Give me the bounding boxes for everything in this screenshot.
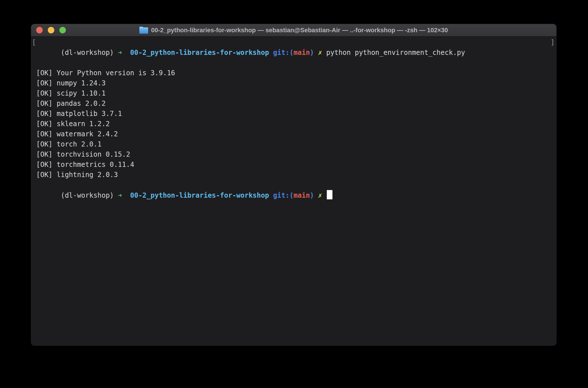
terminal-output-line: [OK] torchvision 0.15.2 [31,149,556,159]
prompt-venv: (dl-workshop) [61,49,114,57]
desktop: { "window": { "title": "00-2_python-libr… [0,0,588,388]
terminal-prompt-command-line: [(dl-workshop) ➜ 00-2_python-libraries-f… [31,37,556,68]
terminal-output: [OK] Your Python version is 3.9.16[OK] n… [31,68,556,180]
minimize-button[interactable] [48,27,54,33]
prompt-directory: 00-2_python-libraries-for-workshop [130,49,269,57]
prompt-space [322,49,326,57]
prompt-space [122,49,130,57]
prompt-git-prefix: git:( [273,191,293,199]
terminal-output-line: [OK] matplotlib 3.7.1 [31,109,556,119]
prompt-space [269,49,273,57]
terminal-output-line: [OK] pandas 2.0.2 [31,98,556,109]
terminal-mark-right: ] [551,37,555,48]
terminal-cursor [327,190,332,199]
prompt-git-suffix: ) [310,49,314,57]
prompt-space [314,49,318,57]
window-title-group: 00-2_python-libraries-for-workshop — seb… [139,27,448,34]
prompt-space [114,49,118,57]
prompt-git-prefix: git:( [273,49,293,57]
typed-command: python python_environment_check.py [326,49,465,57]
prompt-dirty-flag: ✗ [318,191,322,199]
terminal-output-line: [OK] watermark 2.4.2 [31,129,556,139]
prompt-git-branch: main [293,49,310,57]
prompt-space [122,191,130,199]
title-bar[interactable]: 00-2_python-libraries-for-workshop — seb… [31,24,556,36]
terminal-output-line: [OK] torchmetrics 0.11.4 [31,159,556,170]
prompt-space [114,191,118,199]
prompt-arrow: ➜ [118,49,122,57]
terminal-output-line: [OK] scipy 1.10.1 [31,88,556,98]
close-button[interactable] [36,27,43,33]
terminal-window: 00-2_python-libraries-for-workshop — seb… [31,24,556,346]
folder-icon [139,27,148,34]
terminal-output-line: [OK] lightning 2.0.3 [31,170,556,180]
prompt-space [322,191,326,199]
prompt-space [269,191,273,199]
prompt-arrow: ➜ [118,191,122,199]
zoom-button[interactable] [59,27,66,33]
prompt-dirty-flag: ✗ [318,49,322,57]
terminal-output-line: [OK] sklearn 1.2.2 [31,119,556,129]
window-controls [36,24,66,36]
terminal-output-line: [OK] numpy 1.24.3 [31,78,556,88]
prompt-git-suffix: ) [310,191,314,199]
prompt-venv: (dl-workshop) [61,191,114,199]
terminal-output-line: [OK] torch 2.0.1 [31,139,556,149]
prompt-space [314,191,318,199]
terminal-mark-left: [ [32,37,36,48]
prompt-directory: 00-2_python-libraries-for-workshop [130,191,269,199]
window-title: 00-2_python-libraries-for-workshop — seb… [151,27,448,34]
terminal-prompt-idle-line: (dl-workshop) ➜ 00-2_python-libraries-fo… [31,180,556,211]
terminal-output-line: [OK] Your Python version is 3.9.16 [31,68,556,78]
prompt-git-branch: main [293,191,310,199]
terminal-body[interactable]: [(dl-workshop) ➜ 00-2_python-libraries-f… [31,36,556,211]
